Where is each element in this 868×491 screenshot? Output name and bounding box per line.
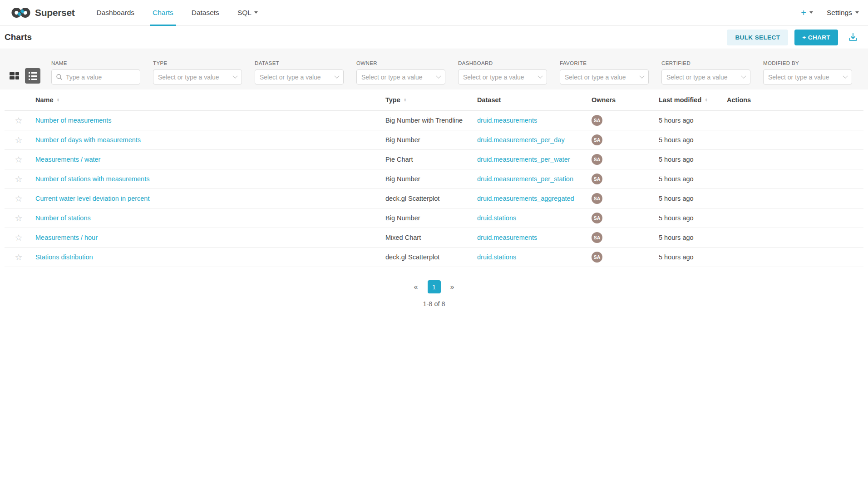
page-header: Charts BULK SELECT + CHART bbox=[0, 26, 868, 49]
owner-avatar[interactable]: SA bbox=[592, 213, 602, 223]
filter-select[interactable]: Select or type a value bbox=[255, 69, 344, 84]
dataset-link[interactable]: druid.measurements_per_station bbox=[477, 175, 573, 183]
filter-select[interactable]: Select or type a value bbox=[560, 69, 649, 84]
chevron-down-icon bbox=[232, 73, 237, 78]
card-view-grid-icon bbox=[10, 72, 19, 79]
filter-search-input[interactable] bbox=[51, 69, 140, 84]
filter-select[interactable]: Select or type a value bbox=[763, 69, 852, 84]
chart-name-link[interactable]: Measurements / water bbox=[35, 156, 100, 163]
chart-type: Pie Chart bbox=[383, 156, 474, 163]
table-row: Number of measurements Big Number with T… bbox=[5, 111, 863, 130]
filter: NAME bbox=[51, 60, 140, 84]
column-header-label: Last modified bbox=[659, 96, 701, 104]
brand-link[interactable]: Superset bbox=[11, 0, 74, 25]
owner-avatar[interactable]: SA bbox=[592, 174, 602, 184]
pagination-prev-button[interactable]: « bbox=[410, 281, 422, 293]
caret-down-icon bbox=[855, 11, 859, 14]
dataset-link[interactable]: druid.measurements bbox=[477, 117, 537, 124]
column-header-label: Owners bbox=[592, 96, 616, 104]
filter-label: OWNER bbox=[356, 60, 445, 66]
pagination-next-button[interactable]: » bbox=[447, 281, 458, 293]
nav-item-label: Datasets bbox=[192, 9, 219, 17]
table-row: Number of days with measurements Big Num… bbox=[5, 130, 863, 150]
table-row: Stations distribution deck.gl Scatterplo… bbox=[5, 248, 863, 267]
bulk-select-button[interactable]: BULK SELECT bbox=[727, 30, 788, 45]
column-header-label: Actions bbox=[727, 96, 751, 104]
chart-name-link[interactable]: Number of stations with measurements bbox=[35, 175, 149, 183]
new-item-menu-button[interactable]: + bbox=[801, 8, 813, 17]
owner-avatar[interactable]: SA bbox=[592, 232, 602, 243]
chart-name-link[interactable]: Measurements / hour bbox=[35, 234, 98, 241]
column-header: Dataset bbox=[474, 96, 589, 104]
nav-item[interactable]: Dashboards bbox=[87, 0, 143, 25]
pagination: « 1 » bbox=[5, 280, 863, 293]
filter-label: MODIFIED BY bbox=[763, 60, 852, 66]
pagination-summary: 1-8 of 8 bbox=[5, 300, 863, 307]
superset-infinity-logo-icon bbox=[11, 7, 31, 19]
dataset-link[interactable]: druid.measurements_per_water bbox=[477, 156, 570, 163]
favorite-star-button[interactable] bbox=[15, 214, 22, 223]
chart-type: Big Number bbox=[383, 175, 474, 183]
filter-select[interactable]: Select or type a value bbox=[356, 69, 445, 84]
filter-select[interactable]: Select or type a value bbox=[458, 69, 547, 84]
chart-name-link[interactable]: Number of days with measurements bbox=[35, 136, 141, 144]
filter: CERTIFIED Select or type a value bbox=[661, 60, 750, 84]
settings-menu-button[interactable]: Settings bbox=[827, 9, 859, 17]
favorite-star-button[interactable] bbox=[15, 175, 22, 184]
list-view-button[interactable] bbox=[25, 68, 40, 84]
last-modified: 5 hours ago bbox=[656, 136, 724, 144]
favorite-star-button[interactable] bbox=[15, 136, 22, 144]
column-header[interactable]: Name bbox=[33, 96, 383, 104]
favorite-star-button[interactable] bbox=[15, 155, 22, 164]
favorite-star-button[interactable] bbox=[15, 253, 22, 262]
export-charts-button[interactable] bbox=[848, 32, 858, 42]
dataset-link[interactable]: druid.measurements_aggregated bbox=[477, 195, 574, 202]
chevron-down-icon bbox=[843, 73, 848, 78]
chevron-down-icon bbox=[436, 73, 441, 78]
last-modified: 5 hours ago bbox=[656, 156, 724, 163]
filter-label: TYPE bbox=[153, 60, 242, 66]
nav-item[interactable]: SQL bbox=[228, 0, 267, 25]
nav-item[interactable]: Datasets bbox=[182, 0, 228, 25]
last-modified: 5 hours ago bbox=[656, 234, 724, 241]
card-view-button[interactable] bbox=[7, 69, 21, 83]
chart-name-link[interactable]: Current water level deviation in percent bbox=[35, 195, 149, 202]
favorite-star-button[interactable] bbox=[15, 116, 22, 125]
filter-select-placeholder: Select or type a value bbox=[260, 74, 321, 81]
download-icon bbox=[848, 32, 858, 42]
chart-name-link[interactable]: Number of measurements bbox=[35, 117, 112, 124]
column-header-label: Name bbox=[35, 96, 54, 104]
dataset-link[interactable]: druid.measurements bbox=[477, 234, 537, 241]
chart-name-link[interactable]: Stations distribution bbox=[35, 253, 93, 261]
column-header[interactable]: Type bbox=[383, 96, 474, 104]
nav-item[interactable]: Charts bbox=[143, 0, 182, 25]
new-chart-button[interactable]: + CHART bbox=[794, 30, 838, 45]
filter-select[interactable]: Select or type a value bbox=[661, 69, 750, 84]
last-modified: 5 hours ago bbox=[656, 214, 724, 222]
caret-down-icon bbox=[809, 11, 813, 14]
owner-avatar[interactable]: SA bbox=[592, 154, 602, 165]
filter: FAVORITE Select or type a value bbox=[560, 60, 649, 84]
owner-avatar[interactable]: SA bbox=[592, 115, 602, 126]
owner-avatar[interactable]: SA bbox=[592, 252, 602, 263]
favorite-star-button[interactable] bbox=[15, 194, 22, 203]
list-view-icon bbox=[29, 72, 37, 80]
chart-name-link[interactable]: Number of stations bbox=[35, 214, 91, 222]
filter-select-placeholder: Select or type a value bbox=[361, 74, 423, 81]
dataset-link[interactable]: druid.measurements_per_day bbox=[477, 136, 565, 144]
pagination-page-button[interactable]: 1 bbox=[428, 280, 441, 293]
search-icon bbox=[56, 74, 63, 80]
filter-select-placeholder: Select or type a value bbox=[565, 74, 626, 81]
favorite-star-button[interactable] bbox=[15, 233, 22, 242]
owner-avatar[interactable]: SA bbox=[592, 134, 602, 145]
filter-select[interactable]: Select or type a value bbox=[153, 69, 242, 84]
owner-avatar[interactable]: SA bbox=[592, 193, 602, 204]
filter-select-placeholder: Select or type a value bbox=[158, 74, 219, 81]
chart-type: Big Number with Trendline bbox=[383, 117, 474, 124]
column-header[interactable]: Last modified bbox=[656, 96, 724, 104]
table-row: Number of stations with measurements Big… bbox=[5, 169, 863, 189]
settings-label: Settings bbox=[827, 9, 852, 17]
dataset-link[interactable]: druid.stations bbox=[477, 253, 516, 261]
dataset-link[interactable]: druid.stations bbox=[477, 214, 516, 222]
filter-select-placeholder: Select or type a value bbox=[768, 74, 829, 81]
